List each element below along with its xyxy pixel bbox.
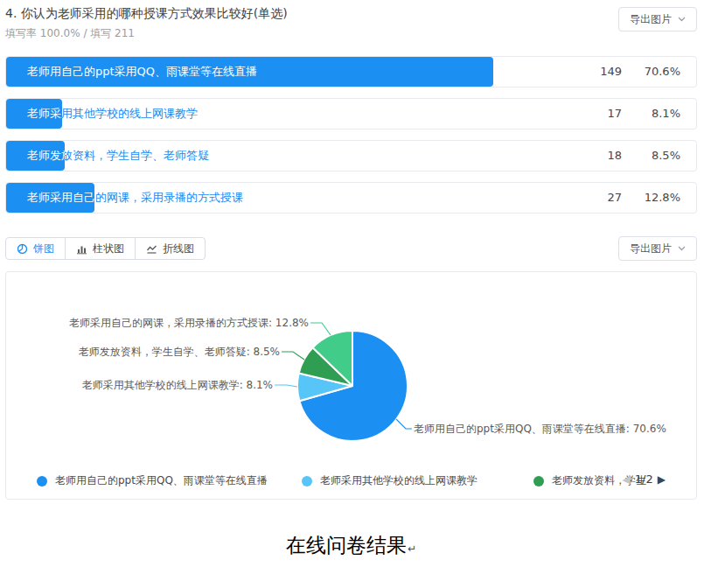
option-row[interactable]: 老师用自己的ppt采用QQ、雨课堂等在线直播 老师用自己的ppt采用QQ、雨课堂… — [5, 56, 697, 88]
pie-callout-label: 老师采用自己的网课，采用录播的方式授课: 12.8% — [69, 316, 309, 330]
option-count: 27 — [569, 183, 622, 213]
option-row[interactable]: 老师采用自己的网课，采用录播的方式授课 老师采用自己的网课，采用录播的方式授课 … — [5, 182, 697, 214]
pie-chart-icon — [17, 243, 28, 255]
line-chart-icon — [146, 243, 157, 255]
option-row[interactable]: 老师采用其他学校的线上网课教学 老师采用其他学校的线上网课教学 17 8.1% — [5, 98, 697, 130]
pie-callout-label: 老师采用其他学校的线上网课教学: 8.1% — [82, 378, 273, 392]
option-percent: 8.5% — [628, 141, 680, 171]
pie-chart-panel: 老师采用自己的网课，采用录播的方式授课: 12.8% 老师发放资料，学生自学、老… — [5, 271, 697, 500]
next-page-arrow[interactable]: ▶ — [658, 473, 666, 486]
chart-export-image-button[interactable]: 导出图片 — [618, 236, 697, 261]
caption-text: 在线问卷结果 — [286, 534, 407, 556]
document-caption: 在线问卷结果↵ — [5, 532, 697, 559]
bar-chart-icon — [76, 243, 87, 255]
chart-type-tabs: 饼图 柱状图 折线图 — [5, 237, 206, 260]
question-block: 4. 你认为老师采用的哪种授课方式效果比较好(单选) 填写率 100.0% / … — [5, 0, 697, 214]
tab-bar-chart[interactable]: 柱状图 — [65, 237, 136, 260]
tab-line-chart[interactable]: 折线图 — [135, 237, 206, 260]
chart-export-image-label: 导出图片 — [630, 242, 672, 256]
tab-label: 饼图 — [33, 242, 54, 256]
legend-label: 老师采用其他学校的线上网课教学 — [320, 473, 477, 488]
export-image-label: 导出图片 — [630, 12, 672, 27]
export-image-button[interactable]: 导出图片 — [618, 7, 697, 32]
legend-dot — [302, 476, 312, 486]
option-percent: 8.1% — [628, 99, 680, 129]
option-bar: 老师采用其他学校的线上网课教学 — [6, 99, 62, 129]
option-percent: 12.8% — [628, 183, 680, 213]
chevron-down-icon — [678, 17, 686, 22]
option-row[interactable]: 老师发放资料，学生自学、老师答疑 老师发放资料，学生自学、老师答疑 18 8.5… — [5, 140, 697, 172]
pie-callout-label: 老师发放资料，学生自学、老师答疑: 8.5% — [79, 345, 280, 359]
legend-label: 老师用自己的ppt采用QQ、雨课堂等在线直播 — [55, 473, 268, 488]
page-indicator: 1/2 — [635, 472, 653, 486]
legend-item[interactable]: 老师采用其他学校的线上网课教学 — [302, 473, 477, 488]
option-bar: 老师用自己的ppt采用QQ、雨课堂等在线直播 — [6, 57, 493, 87]
paragraph-mark-icon: ↵ — [408, 542, 416, 555]
chart-toolbar: 饼图 柱状图 折线图 导出图片 — [5, 237, 697, 260]
legend-dot — [533, 476, 544, 486]
legend-dot — [37, 476, 47, 486]
legend-item[interactable]: 老师用自己的ppt采用QQ、雨课堂等在线直播 — [37, 473, 268, 488]
option-count: 149 — [569, 57, 622, 87]
option-bar: 老师发放资料，学生自学、老师答疑 — [6, 141, 65, 171]
question-fill-rate: 填写率 100.0% / 填写 211 — [5, 26, 697, 41]
tab-label: 折线图 — [163, 242, 194, 256]
option-count: 17 — [569, 99, 622, 129]
question-header: 4. 你认为老师采用的哪种授课方式效果比较好(单选) 填写率 100.0% / … — [5, 0, 697, 41]
prev-page-arrow[interactable]: ◀ — [623, 473, 631, 486]
question-title: 4. 你认为老师采用的哪种授课方式效果比较好(单选) — [5, 6, 697, 22]
option-bar: 老师采用自己的网课，采用录播的方式授课 — [6, 183, 94, 213]
survey-results-page: 4. 你认为老师采用的哪种授课方式效果比较好(单选) 填写率 100.0% / … — [0, 0, 711, 588]
option-count: 18 — [569, 141, 622, 171]
legend-pagination: ◀ 1/2 ▶ — [623, 472, 666, 486]
pie-callout-label: 老师用自己的ppt采用QQ、雨课堂等在线直播: 70.6% — [414, 422, 666, 436]
option-percent: 70.6% — [628, 57, 680, 87]
tab-pie-chart[interactable]: 饼图 — [5, 237, 66, 260]
option-rows: 老师用自己的ppt采用QQ、雨课堂等在线直播 老师用自己的ppt采用QQ、雨课堂… — [5, 56, 697, 214]
tab-label: 柱状图 — [93, 242, 124, 256]
chevron-down-icon — [678, 246, 686, 251]
